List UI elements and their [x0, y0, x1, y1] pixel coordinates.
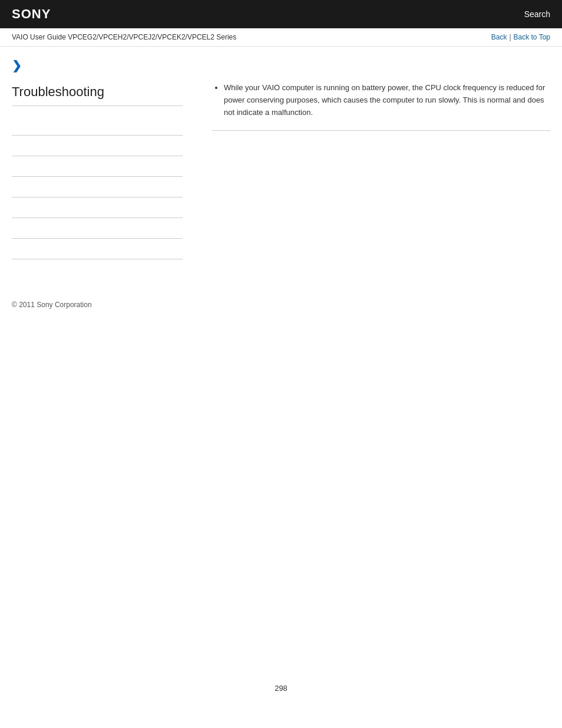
sidebar-link[interactable]: [12, 203, 183, 212]
sidebar: ❯ Troubleshooting: [12, 58, 194, 259]
list-item[interactable]: [12, 115, 183, 136]
sidebar-link[interactable]: [12, 245, 183, 253]
page-wrapper: SONY Search VAIO User Guide VPCEG2/VPCEH…: [0, 0, 562, 728]
nav-bar: VAIO User Guide VPCEG2/VPCEH2/VPCEJ2/VPC…: [0, 28, 562, 47]
sidebar-title: Troubleshooting: [12, 84, 183, 106]
sidebar-link[interactable]: [12, 162, 183, 170]
content-section: While your VAIO computer is running on b…: [212, 82, 550, 131]
list-item[interactable]: [12, 177, 183, 197]
list-item[interactable]: [12, 218, 183, 239]
nav-separator: |: [509, 33, 511, 41]
sidebar-link[interactable]: [12, 141, 183, 150]
page-number: 298: [263, 672, 299, 704]
sidebar-links: [12, 115, 183, 259]
list-item[interactable]: [12, 239, 183, 259]
content-divider: [212, 130, 550, 131]
list-item[interactable]: [12, 156, 183, 177]
sony-logo: SONY: [12, 6, 51, 22]
chevron-icon: ❯: [12, 58, 183, 73]
sidebar-link[interactable]: [12, 224, 183, 232]
content-list-item: While your VAIO computer is running on b…: [224, 82, 550, 118]
content-area: While your VAIO computer is running on b…: [194, 58, 550, 259]
content-list: While your VAIO computer is running on b…: [212, 82, 550, 118]
sidebar-link[interactable]: [12, 183, 183, 191]
footer-copyright: © 2011 Sony Corporation: [0, 289, 562, 321]
back-link[interactable]: Back: [491, 33, 507, 41]
sidebar-link[interactable]: [12, 121, 183, 129]
header: SONY Search: [0, 0, 562, 28]
main-content: ❯ Troubleshooting While your VAIO comput…: [0, 47, 562, 271]
list-item[interactable]: [12, 136, 183, 156]
breadcrumb: VAIO User Guide VPCEG2/VPCEH2/VPCEJ2/VPC…: [12, 33, 236, 41]
nav-links: Back | Back to Top: [491, 33, 550, 41]
list-item[interactable]: [12, 197, 183, 218]
copyright-text: © 2011 Sony Corporation: [12, 301, 92, 309]
search-button[interactable]: Search: [524, 9, 550, 19]
back-to-top-link[interactable]: Back to Top: [514, 33, 550, 41]
